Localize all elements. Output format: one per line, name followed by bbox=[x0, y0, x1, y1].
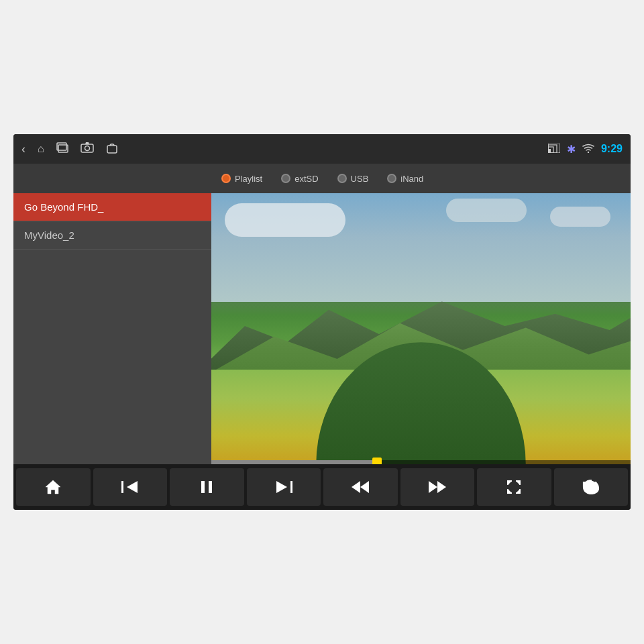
usb-label: USB bbox=[351, 174, 369, 184]
svg-point-10 bbox=[588, 151, 589, 152]
playlist-label: Playlist bbox=[235, 174, 262, 184]
svg-marker-18 bbox=[352, 481, 360, 493]
status-right: ✱ 9:29 bbox=[548, 143, 623, 156]
usb-dot bbox=[337, 174, 347, 183]
content-row: Go Beyond FHD_ MyVideo_2 bbox=[13, 193, 631, 464]
svg-rect-5 bbox=[107, 146, 117, 153]
svg-marker-21 bbox=[437, 481, 446, 493]
source-tab-usb[interactable]: USB bbox=[331, 171, 376, 186]
cast-icon bbox=[548, 144, 560, 155]
svg-point-3 bbox=[85, 146, 89, 151]
cloud-2 bbox=[446, 199, 527, 222]
back-nav-icon[interactable]: ‹ bbox=[21, 142, 25, 156]
return-button[interactable] bbox=[554, 468, 629, 506]
time-display: 9:29 bbox=[601, 143, 623, 155]
inand-label: iNand bbox=[400, 174, 423, 184]
main-content: wincairan.ir wincairan.ir wincairan.ir w… bbox=[13, 164, 631, 464]
home-button[interactable] bbox=[16, 468, 91, 506]
home-nav-icon[interactable]: ⌂ bbox=[38, 143, 44, 155]
progress-bar-fill bbox=[211, 460, 379, 464]
svg-marker-19 bbox=[360, 481, 369, 493]
video-area bbox=[211, 193, 631, 464]
svg-marker-13 bbox=[127, 481, 138, 493]
source-tabs: Playlist extSD USB iNand bbox=[13, 164, 631, 193]
source-tab-extsd[interactable]: extSD bbox=[274, 171, 325, 186]
next-button[interactable] bbox=[247, 468, 321, 506]
playlist-item-2[interactable]: MyVideo_2 bbox=[13, 221, 211, 250]
fullscreen-button[interactable] bbox=[477, 468, 551, 506]
fastforward-button[interactable] bbox=[400, 468, 475, 506]
playlist-item-1[interactable]: Go Beyond FHD_ bbox=[13, 193, 211, 221]
cloud-3 bbox=[550, 207, 610, 227]
svg-marker-20 bbox=[429, 481, 437, 493]
nav-icons: ‹ ⌂ bbox=[21, 142, 548, 156]
source-tab-inand[interactable]: iNand bbox=[380, 171, 430, 186]
inand-dot bbox=[387, 174, 396, 183]
svg-marker-11 bbox=[46, 480, 60, 494]
svg-rect-15 bbox=[209, 481, 212, 493]
video-thumbnail bbox=[211, 193, 631, 464]
bottom-controls bbox=[13, 464, 631, 510]
progress-bar-area[interactable] bbox=[211, 460, 631, 464]
bluetooth-icon: ✱ bbox=[567, 143, 576, 156]
rewind-button[interactable] bbox=[323, 468, 398, 506]
svg-rect-12 bbox=[121, 481, 123, 493]
playlist-dot bbox=[221, 174, 231, 183]
cloud-1 bbox=[225, 203, 345, 237]
extsd-dot bbox=[281, 174, 290, 183]
prev-button[interactable] bbox=[93, 468, 168, 506]
pause-button[interactable] bbox=[170, 468, 244, 506]
bag-nav-icon[interactable] bbox=[106, 142, 118, 156]
progress-thumb bbox=[372, 458, 382, 464]
wifi-icon bbox=[582, 144, 594, 155]
status-bar: ‹ ⌂ ✱ bbox=[13, 134, 631, 164]
source-tab-playlist[interactable]: Playlist bbox=[215, 171, 269, 186]
camera-nav-icon[interactable] bbox=[80, 142, 94, 156]
device-frame: ‹ ⌂ ✱ bbox=[13, 134, 631, 510]
svg-marker-17 bbox=[276, 481, 287, 493]
multitask-nav-icon[interactable] bbox=[56, 142, 68, 156]
playlist-panel: Go Beyond FHD_ MyVideo_2 bbox=[13, 193, 211, 464]
extsd-label: extSD bbox=[294, 174, 318, 184]
svg-rect-16 bbox=[290, 481, 292, 493]
svg-rect-14 bbox=[201, 481, 205, 493]
svg-marker-4 bbox=[85, 142, 89, 144]
